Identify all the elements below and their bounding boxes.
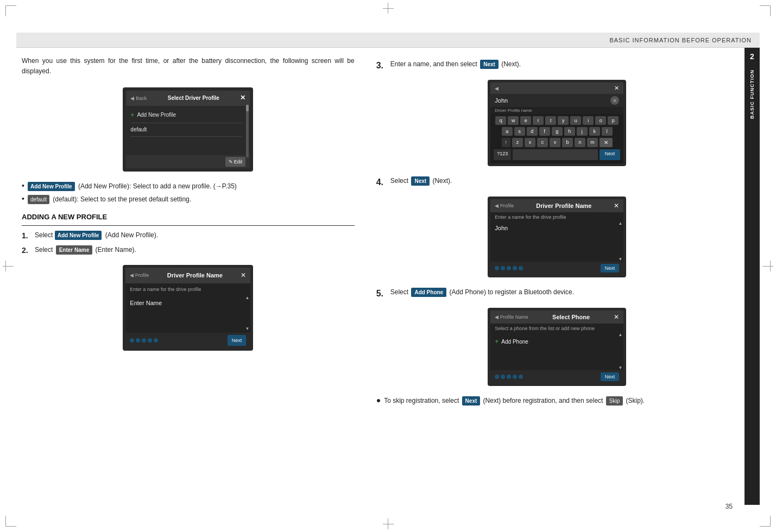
profile-name-next-btn[interactable]: Next	[601, 264, 620, 273]
profile-name-close-icon[interactable]: ✕	[614, 202, 619, 210]
default-item[interactable]: default	[130, 123, 242, 137]
close-icon[interactable]: ✕	[240, 93, 245, 103]
side-tab-text: BASIC FUNCTION	[748, 65, 756, 123]
page-number: 35	[725, 503, 733, 510]
key-q[interactable]: q	[495, 116, 506, 125]
phone-footer: Next	[490, 370, 623, 383]
profile-name-screen: ◀ Profile Driver Profile Name ✕ Enter a …	[488, 197, 626, 277]
key-a[interactable]: a	[502, 127, 513, 136]
screen-footer: ✎ Edit	[126, 155, 250, 168]
key-l[interactable]: l	[602, 127, 613, 136]
pn-dot-2	[501, 266, 505, 270]
key-t[interactable]: t	[545, 116, 556, 125]
key-j[interactable]: j	[577, 127, 588, 136]
key-u[interactable]: u	[570, 116, 581, 125]
key-z[interactable]: z	[512, 138, 523, 147]
tag-add-new-profile-step1: Add New Profile	[55, 231, 102, 240]
left-column: When you use this system for the first t…	[16, 48, 365, 505]
screen-title: Select Driver Profile	[168, 94, 219, 103]
ph-dot-1	[495, 375, 499, 379]
back-btn[interactable]: ◀ Back	[130, 94, 147, 102]
tag-default: default	[28, 195, 49, 204]
right-column: 3. Enter a name, and then select Next (N…	[365, 48, 743, 505]
key-e[interactable]: e	[520, 116, 531, 125]
crosshair-bottom	[383, 518, 394, 529]
kbd-clear-btn[interactable]: ✕	[610, 96, 619, 105]
key-backspace[interactable]: ✕	[600, 138, 613, 147]
edit-btn[interactable]: ✎ Edit	[225, 157, 246, 167]
key-d[interactable]: d	[527, 127, 538, 136]
profile-name-scroll-area: John ▲ ▼	[490, 221, 623, 262]
key-h[interactable]: h	[564, 127, 575, 136]
enter-name-next-btn[interactable]: Next	[228, 335, 247, 346]
phone-back-btn[interactable]: ◀ Profile Name	[495, 314, 528, 320]
key-c[interactable]: c	[537, 138, 548, 147]
key-m[interactable]: m	[587, 138, 598, 147]
screen-body: + Add New Profile default	[126, 106, 250, 155]
key-o[interactable]: o	[595, 116, 606, 125]
crosshair-top	[383, 3, 394, 14]
profile-name-back-btn[interactable]: ◀ Profile	[495, 203, 514, 208]
key-v[interactable]: v	[550, 138, 560, 147]
ph-dot-5	[519, 375, 523, 379]
corner-bl	[5, 516, 16, 527]
step-3: 3. Enter a name, and then select Next (N…	[376, 59, 738, 72]
phone-close-icon[interactable]: ✕	[614, 313, 619, 321]
key-b[interactable]: b	[562, 138, 573, 147]
key-g[interactable]: g	[552, 127, 563, 136]
corner-tl	[5, 5, 16, 16]
key-shift[interactable]: ↑	[502, 138, 511, 147]
add-new-profile-item[interactable]: + Add New Profile	[130, 108, 242, 123]
kbd-hint: Driver Profile name	[490, 107, 623, 114]
phone-title: Select Phone	[552, 314, 590, 320]
key-s[interactable]: s	[514, 127, 525, 136]
phone-dots	[495, 375, 523, 379]
side-tab-number: 2	[750, 48, 754, 65]
enter-name-header: ◀ Profile Driver Profile Name ✕	[125, 268, 250, 283]
enter-name-scroll-area: Enter Name ▲ ▼	[125, 295, 250, 333]
step-5: 5. Select Add Phone (Add Phone) to regis…	[376, 287, 738, 300]
edit-icon: ✎	[229, 158, 233, 166]
key-w[interactable]: w	[508, 116, 519, 125]
profile-name-subtitle: Enter a name for the drive profile	[490, 212, 623, 221]
kbd-close-icon[interactable]: ✕	[614, 85, 619, 92]
side-tab: 2 BASIC FUNCTION	[745, 48, 760, 505]
add-phone-item[interactable]: + Add Phone	[495, 335, 619, 347]
key-y[interactable]: y	[558, 116, 569, 125]
kbd-back-btn[interactable]: ◀	[495, 86, 499, 91]
kbd-bottom-row: ?123 Next	[490, 148, 623, 162]
dot-1	[130, 338, 134, 343]
key-n[interactable]: n	[575, 138, 585, 147]
key-p[interactable]: p	[608, 116, 619, 125]
tag-next-skip: Next	[462, 396, 481, 406]
key-k[interactable]: k	[589, 127, 600, 136]
enter-name-footer: Next	[125, 333, 250, 348]
bullet-default: • default (default): Select to set the p…	[22, 194, 355, 204]
section-heading: ADDING A NEW PROFILE	[22, 212, 355, 226]
dot-3	[142, 338, 146, 343]
kbd-header: ◀ ✕	[490, 83, 623, 94]
step-2: 2. Select Enter Name (Enter Name).	[22, 245, 355, 256]
kbd-next-btn[interactable]: Next	[600, 149, 621, 160]
kbd-input-text[interactable]: John	[495, 97, 610, 104]
keyboard-screen: ◀ ✕ John ✕ Driver Profile name q w e r t	[488, 80, 626, 166]
pn-dot-1	[495, 266, 499, 270]
key-num[interactable]: ?123	[494, 149, 511, 160]
enter-name-close-icon[interactable]: ✕	[241, 270, 246, 281]
key-x[interactable]: x	[525, 138, 535, 147]
ph-dot-2	[501, 375, 505, 379]
phone-next-btn[interactable]: Next	[601, 372, 620, 381]
tag-skip: Skip	[606, 396, 623, 406]
key-i[interactable]: i	[583, 116, 594, 125]
pn-dot-3	[507, 266, 511, 270]
profile-back-btn[interactable]: ◀ Profile	[130, 271, 149, 279]
enter-name-subtitle: Enter a name for the drive profile	[125, 283, 250, 294]
profile-name-footer: Next	[490, 262, 623, 275]
bullet-skip: ● To skip registration, select Next (Nex…	[376, 396, 738, 406]
profile-name-title: Driver Profile Name	[536, 202, 591, 209]
key-r[interactable]: r	[533, 116, 544, 125]
add-phone-label: Add Phone	[501, 339, 528, 345]
key-space[interactable]	[513, 149, 597, 160]
tag-enter-name: Enter Name	[56, 245, 93, 255]
key-f[interactable]: f	[539, 127, 550, 136]
